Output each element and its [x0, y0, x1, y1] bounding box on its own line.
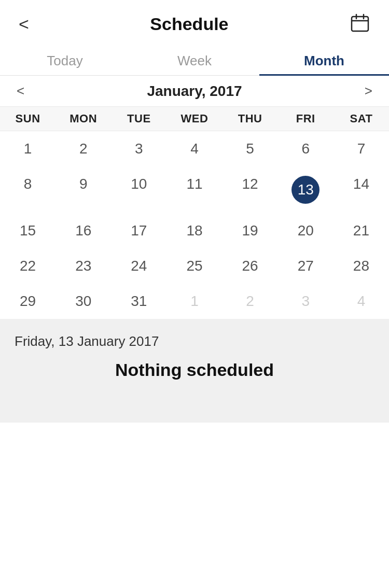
calendar-day-other[interactable]: 1	[166, 284, 222, 319]
day-header-mon: MON	[55, 112, 111, 125]
calendar-day[interactable]: 26	[223, 248, 278, 284]
calendar-day-today[interactable]: 13	[278, 166, 334, 213]
calendar-day[interactable]: 5	[223, 131, 278, 166]
month-year-label: January, 2017	[31, 83, 358, 100]
day-header-fri: FRI	[278, 112, 334, 125]
no-events-label: Nothing scheduled	[15, 360, 374, 380]
bottom-panel: Friday, 13 January 2017 Nothing schedule…	[0, 319, 389, 423]
day-headers-row: SUNMONTUEWEDTHUFRISAT	[0, 107, 389, 131]
calendar-day[interactable]: 6	[278, 131, 334, 166]
calendar-day[interactable]: 27	[278, 248, 334, 284]
calendar-day[interactable]: 14	[334, 166, 389, 213]
calendar-day[interactable]: 15	[0, 213, 55, 248]
calendar-day[interactable]: 29	[0, 284, 55, 319]
next-month-button[interactable]: >	[358, 81, 379, 101]
calendar-day[interactable]: 4	[166, 131, 222, 166]
page-title: Schedule	[33, 14, 345, 34]
calendar-day[interactable]: 20	[278, 213, 334, 248]
tab-week[interactable]: Week	[130, 46, 259, 75]
calendar-day-other[interactable]: 4	[334, 284, 389, 319]
calendar-grid: 1234567891011121314151617181920212223242…	[0, 131, 389, 319]
calendar-day[interactable]: 1	[0, 131, 55, 166]
calendar-day[interactable]: 8	[0, 166, 55, 213]
calendar-day[interactable]: 9	[55, 166, 111, 213]
prev-month-button[interactable]: <	[10, 81, 31, 101]
day-header-sat: SAT	[334, 112, 389, 125]
calendar-day[interactable]: 11	[166, 166, 222, 213]
calendar-day[interactable]: 7	[334, 131, 389, 166]
calendar-day[interactable]: 17	[111, 213, 166, 248]
calendar-day[interactable]: 3	[111, 131, 166, 166]
calendar-day[interactable]: 10	[111, 166, 166, 213]
calendar-day[interactable]: 24	[111, 248, 166, 284]
calendar-day[interactable]: 16	[55, 213, 111, 248]
view-tabs: Today Week Month	[0, 46, 389, 76]
calendar-day[interactable]: 2	[55, 131, 111, 166]
day-header-tue: TUE	[111, 112, 166, 125]
calendar-day[interactable]: 12	[223, 166, 278, 213]
calendar-day[interactable]: 22	[0, 248, 55, 284]
calendar-day[interactable]: 28	[334, 248, 389, 284]
back-button[interactable]: <	[15, 13, 33, 35]
tab-today[interactable]: Today	[0, 46, 130, 75]
calendar-day[interactable]: 31	[111, 284, 166, 319]
svg-rect-0	[352, 17, 368, 31]
selected-date-label: Friday, 13 January 2017	[15, 333, 374, 349]
calendar-day[interactable]: 25	[166, 248, 222, 284]
day-header-sun: SUN	[0, 112, 55, 125]
calendar-day-other[interactable]: 3	[278, 284, 334, 319]
tab-month[interactable]: Month	[259, 46, 389, 75]
day-header-wed: WED	[166, 112, 222, 125]
calendar-day[interactable]: 18	[166, 213, 222, 248]
day-header-thu: THU	[223, 112, 278, 125]
calendar-day[interactable]: 19	[223, 213, 278, 248]
calendar-icon-button[interactable]	[345, 10, 374, 37]
calendar-day[interactable]: 21	[334, 213, 389, 248]
calendar-day[interactable]: 23	[55, 248, 111, 284]
calendar-day[interactable]: 30	[55, 284, 111, 319]
month-navigation: < January, 2017 >	[0, 76, 389, 107]
calendar-day-other[interactable]: 2	[223, 284, 278, 319]
header: < Schedule	[0, 0, 389, 46]
